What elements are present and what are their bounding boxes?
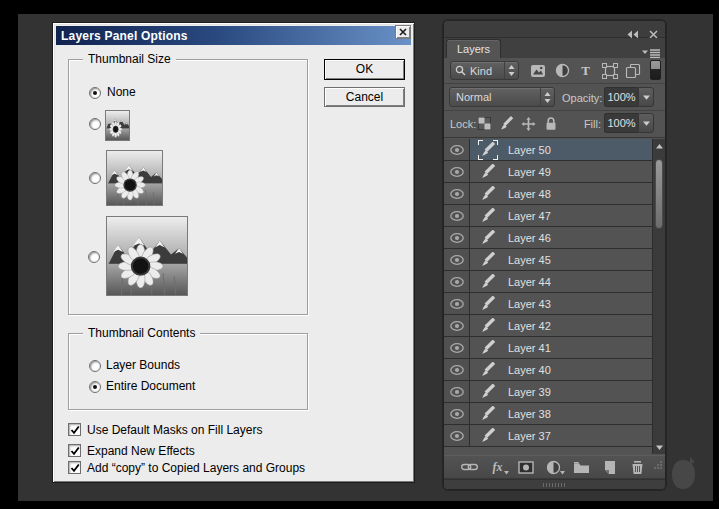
layer-visibility-toggle[interactable] (444, 161, 470, 182)
tab-layers[interactable]: Layers (446, 39, 501, 58)
radio-layer-bounds[interactable] (89, 360, 101, 372)
filter-adjustment-layers-icon[interactable] (554, 62, 571, 79)
layer-visibility-toggle[interactable] (444, 249, 470, 270)
layer-row[interactable]: Layer 48 (444, 183, 653, 205)
delete-layer-trash-icon[interactable] (629, 459, 646, 476)
layer-row[interactable]: Layer 49 (444, 161, 653, 183)
fill-value[interactable]: 100% (604, 113, 638, 133)
radio-entire-document[interactable] (89, 381, 101, 393)
cancel-button[interactable]: Cancel (324, 87, 405, 107)
add-layer-mask-icon[interactable] (517, 459, 534, 476)
layer-visibility-toggle[interactable] (444, 315, 470, 336)
thumbnail-medium-preview[interactable] (106, 150, 163, 206)
layer-visibility-toggle[interactable] (444, 425, 470, 446)
dialog-close-button[interactable] (395, 25, 411, 39)
radio-thumbnail-none[interactable] (89, 87, 101, 99)
lock-paint-icon[interactable] (499, 116, 514, 131)
fill-dropdown-button[interactable] (638, 113, 654, 133)
lock-transparency-icon[interactable] (477, 116, 492, 131)
eye-icon (450, 409, 464, 419)
checkbox-add-copy[interactable] (68, 461, 81, 474)
scrollbar-thumb[interactable] (655, 159, 663, 229)
layer-type-icon-cell (470, 315, 506, 336)
eye-icon (450, 299, 464, 309)
link-layers-icon[interactable] (461, 459, 478, 476)
checkbox-row-expand-effects: Expand New Effects (68, 443, 195, 458)
layer-row[interactable]: Layer 44 (444, 271, 653, 293)
eye-icon (450, 211, 464, 221)
layer-styles-fx-icon[interactable]: fx (489, 459, 506, 476)
layer-visibility-toggle[interactable] (444, 227, 470, 248)
screenshot-root: Layers Panel Options Thumbnail Size None… (0, 0, 719, 509)
ok-button[interactable]: OK (324, 59, 405, 80)
new-layer-icon[interactable] (601, 459, 618, 476)
opacity-value[interactable]: 100% (604, 87, 638, 107)
scroll-down-button[interactable] (653, 440, 665, 454)
layer-row[interactable]: Layer 45 (444, 249, 653, 271)
panel-resize-grip[interactable] (652, 457, 663, 475)
brush-icon (480, 186, 496, 202)
layer-visibility-toggle[interactable] (444, 183, 470, 204)
layer-visibility-toggle[interactable] (444, 271, 470, 292)
thumbnail-small-preview[interactable] (105, 110, 130, 141)
eye-icon (450, 321, 464, 331)
search-icon (455, 65, 466, 76)
scroll-up-button[interactable] (653, 139, 665, 153)
layer-visibility-toggle[interactable] (444, 293, 470, 314)
lock-all-icon[interactable] (543, 116, 558, 131)
filter-shape-layers-icon[interactable] (601, 62, 618, 79)
brush-icon (480, 362, 496, 378)
check-icon (69, 445, 81, 457)
checkbox-expand-effects[interactable] (68, 444, 81, 457)
filter-type-layers-icon[interactable]: T (577, 62, 594, 79)
thumbnail-large-preview[interactable] (106, 216, 188, 296)
layer-visibility-toggle[interactable] (444, 139, 470, 160)
layer-name: Layer 44 (506, 271, 551, 292)
layer-row[interactable]: Layer 41 (444, 337, 653, 359)
layer-visibility-toggle[interactable] (444, 381, 470, 402)
blend-mode-dropdown[interactable]: Normal (449, 87, 555, 107)
checkbox-default-masks[interactable] (68, 423, 81, 436)
radio-thumbnail-small[interactable] (89, 118, 101, 130)
layer-type-icon-cell (470, 293, 506, 314)
new-adjustment-layer-icon[interactable] (545, 459, 562, 476)
layer-type-icon-cell (470, 425, 506, 446)
layer-row[interactable]: Layer 50 (444, 139, 653, 161)
brush-icon (480, 252, 496, 268)
panel-drag-handle[interactable] (543, 483, 567, 487)
layer-name: Layer 37 (506, 425, 551, 446)
dialog-titlebar[interactable]: Layers Panel Options (56, 26, 411, 45)
layer-row[interactable]: Layer 43 (444, 293, 653, 315)
checkbox-row-add-copy: Add “copy” to Copied Layers and Groups (68, 460, 305, 475)
filter-pixel-layers-icon[interactable] (529, 62, 546, 79)
thumbnail-none-label: None (107, 85, 136, 99)
layer-name: Layer 49 (506, 161, 551, 182)
lock-position-icon[interactable] (521, 116, 536, 131)
radio-thumbnail-large[interactable] (88, 251, 100, 263)
layer-visibility-toggle[interactable] (444, 205, 470, 226)
layer-row[interactable]: Layer 38 (444, 403, 653, 425)
layer-row[interactable]: Layer 37 (444, 425, 653, 447)
layer-row[interactable]: Layer 39 (444, 381, 653, 403)
layer-visibility-toggle[interactable] (444, 359, 470, 380)
chevron-down-icon (643, 121, 650, 126)
filter-kind-dropdown[interactable]: Kind (450, 61, 519, 80)
layer-list-scrollbar[interactable] (652, 139, 665, 454)
thumbnail-contents-group: Thumbnail Contents Layer Bounds Entire D… (68, 333, 308, 410)
opacity-dropdown-button[interactable] (638, 87, 654, 107)
layer-type-icon-cell (470, 161, 506, 182)
radio-thumbnail-medium[interactable] (89, 172, 101, 184)
layer-type-icon-cell (470, 249, 506, 270)
layer-row[interactable]: Layer 47 (444, 205, 653, 227)
filter-toggle-switch[interactable] (650, 60, 661, 80)
filter-smart-objects-icon[interactable] (624, 62, 641, 79)
eye-icon (450, 387, 464, 397)
add-copy-label: Add “copy” to Copied Layers and Groups (87, 461, 305, 475)
layer-row[interactable]: Layer 42 (444, 315, 653, 337)
layer-visibility-toggle[interactable] (444, 403, 470, 424)
layer-row[interactable]: Layer 40 (444, 359, 653, 381)
layer-type-icon-cell (470, 227, 506, 248)
layer-row[interactable]: Layer 46 (444, 227, 653, 249)
new-group-folder-icon[interactable] (573, 459, 590, 476)
layer-visibility-toggle[interactable] (444, 337, 470, 358)
